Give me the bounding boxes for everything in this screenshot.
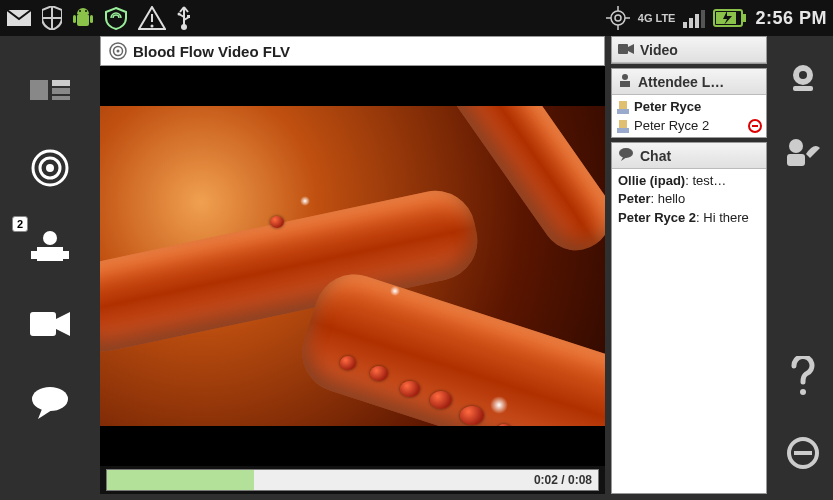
svg-rect-23 <box>701 10 705 28</box>
network-label: 4G LTE <box>638 13 676 24</box>
svg-point-34 <box>43 231 57 245</box>
chat-icon <box>618 147 634 164</box>
svg-point-14 <box>615 15 621 21</box>
status-right: 4G LTE 2:56 PM <box>606 6 827 30</box>
chat-panel-title[interactable]: Chat <box>612 143 766 169</box>
video-progressbar[interactable]: 0:02 / 0:08 <box>106 469 599 491</box>
video-column: Blood Flow Video FLV 0:02 / <box>100 36 605 494</box>
svg-point-39 <box>32 387 68 411</box>
attendee-list: Peter RycePeter Ryce 2 <box>612 95 766 137</box>
letterbox-top <box>100 66 605 106</box>
chat-line: Peter: hello <box>618 191 760 207</box>
svg-rect-36 <box>31 251 37 259</box>
chat-messages[interactable]: Ollie (ipad): test…Peter: helloPeter Ryc… <box>612 169 766 493</box>
svg-point-52 <box>799 71 807 79</box>
svg-rect-29 <box>52 88 70 94</box>
chat-text: : test… <box>685 173 726 188</box>
main-area: 2 Blood Flow Video FLV <box>0 36 833 500</box>
video-player[interactable]: 0:02 / 0:08 <box>100 66 605 494</box>
attendee-row[interactable]: Peter Ryce 2 <box>616 116 762 135</box>
chat-from: Peter <box>618 191 651 206</box>
svg-rect-26 <box>743 14 746 22</box>
svg-rect-46 <box>619 101 627 109</box>
left-nav: 2 <box>0 36 100 500</box>
chat-text: : Hi there <box>696 210 749 225</box>
side-column: Video Attendee L… Peter RycePeter Ryce 2… <box>611 36 767 494</box>
video-panel-label: Video <box>640 42 678 58</box>
svg-rect-55 <box>787 154 805 166</box>
dnd-button[interactable] <box>786 436 820 474</box>
attendee-row[interactable]: Peter Ryce <box>616 97 762 116</box>
svg-point-12 <box>178 13 181 16</box>
status-left <box>6 5 192 31</box>
chat-line: Ollie (ipad): test… <box>618 173 760 189</box>
video-panel: Video <box>611 36 767 64</box>
svg-point-54 <box>789 139 803 153</box>
video-panel-title[interactable]: Video <box>612 37 766 63</box>
svg-rect-22 <box>695 14 699 28</box>
usb-icon <box>176 5 192 31</box>
letterbox-bottom <box>100 426 605 466</box>
nav-camera-button[interactable] <box>26 300 74 348</box>
svg-rect-38 <box>30 312 56 336</box>
svg-rect-48 <box>619 120 627 128</box>
main-panel-header: Blood Flow Video FLV <box>100 36 605 66</box>
chat-text: : hello <box>651 191 686 206</box>
nav-share-button[interactable] <box>26 144 74 192</box>
warning-icon <box>138 6 166 30</box>
svg-rect-49 <box>617 128 629 133</box>
attendee-name: Peter Ryce 2 <box>634 118 709 133</box>
gps-icon <box>606 6 630 30</box>
battery-icon <box>713 9 747 27</box>
video-time: 0:02 / 0:08 <box>534 473 592 487</box>
svg-rect-35 <box>37 247 63 261</box>
center-content: Blood Flow Video FLV 0:02 / <box>100 36 773 500</box>
progress-fill <box>107 470 254 490</box>
svg-point-15 <box>611 11 625 25</box>
android-icon <box>72 6 94 30</box>
svg-rect-53 <box>793 86 813 91</box>
svg-rect-43 <box>618 44 628 54</box>
svg-rect-45 <box>620 81 630 87</box>
svg-rect-21 <box>689 18 693 28</box>
status-time: 2:56 PM <box>755 8 827 29</box>
chat-from: Ollie (ipad) <box>618 173 685 188</box>
svg-rect-47 <box>617 109 629 114</box>
attendees-panel: Attendee L… Peter RycePeter Ryce 2 <box>611 68 767 138</box>
webcam-button[interactable] <box>786 62 820 100</box>
shield-icon <box>42 6 62 30</box>
svg-rect-27 <box>30 80 48 100</box>
svg-rect-28 <box>52 80 70 86</box>
nav-layout-button[interactable] <box>26 66 74 114</box>
chat-from: Peter Ryce 2 <box>618 210 696 225</box>
blocked-icon <box>748 119 762 133</box>
svg-rect-7 <box>90 15 93 23</box>
raise-hand-button[interactable] <box>784 136 822 170</box>
svg-point-50 <box>619 148 633 158</box>
chat-panel: Chat Ollie (ipad): test…Peter: helloPete… <box>611 142 767 494</box>
main-panel-title: Blood Flow Video FLV <box>133 43 290 60</box>
nav-chat-button[interactable] <box>26 378 74 426</box>
right-nav <box>773 36 833 500</box>
svg-rect-37 <box>63 251 69 259</box>
nav-participants-button[interactable]: 2 <box>26 222 74 270</box>
attendee-icon <box>616 119 630 133</box>
svg-rect-30 <box>52 96 70 100</box>
attendee-icon <box>616 100 630 114</box>
help-button[interactable] <box>788 356 818 400</box>
attendee-name: Peter Ryce <box>634 99 701 114</box>
svg-point-56 <box>800 389 806 395</box>
target-icon <box>109 42 127 60</box>
svg-point-33 <box>46 164 54 172</box>
participants-badge: 2 <box>12 216 28 232</box>
attendees-panel-title[interactable]: Attendee L… <box>612 69 766 95</box>
person-icon <box>618 73 632 90</box>
svg-point-44 <box>622 74 628 80</box>
signal-icon <box>683 8 705 28</box>
camera-icon <box>618 42 634 58</box>
svg-point-42 <box>117 50 120 53</box>
chat-line: Peter Ryce 2: Hi there <box>618 210 760 226</box>
svg-rect-6 <box>73 15 76 23</box>
svg-point-4 <box>79 10 81 12</box>
svg-rect-13 <box>187 15 190 18</box>
